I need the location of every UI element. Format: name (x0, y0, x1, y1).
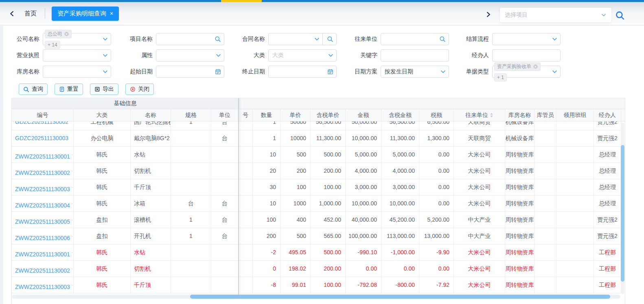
search-icon[interactable] (215, 36, 221, 42)
cell-price_tax: 452.00 (311, 212, 346, 228)
column-header-vendor[interactable]: 往来单位 (454, 109, 505, 121)
vertical-scrollbar-thumb[interactable] (621, 145, 624, 282)
id-marker: · (71, 185, 72, 189)
table-row: ZWWZ202511130003·韩氏千斤顶30100100.003,000.0… (12, 179, 621, 196)
company-name-tag: 总公司 (45, 30, 71, 38)
tab-close-icon[interactable]: × (110, 11, 113, 16)
cell-vendor: 大米公司 (454, 196, 505, 211)
major-category-select[interactable]: 大类 (268, 49, 337, 62)
export-button[interactable]: 导出 (90, 84, 118, 95)
cell-agent: 贾元强2 (594, 212, 621, 228)
sort-icon[interactable] (490, 112, 493, 118)
cell-brand (239, 277, 253, 293)
cell-amount: 50,000.00 (346, 121, 381, 130)
doc-number-link[interactable]: ZWWZ202511130001 (15, 153, 70, 160)
company-name-multiselect[interactable]: 总公司+ 14 (43, 33, 111, 45)
forward-chevron-icon[interactable] (483, 9, 493, 20)
doc-number-link[interactable]: ZWWZ202511130001 (15, 251, 70, 258)
cell-spec (171, 147, 211, 163)
filter-area: 公司名称总公司+ 14项目名称合同名称往来单位结算流程营业执照属性大类大类关键字… (3, 26, 644, 80)
export-button-label: 导出 (103, 86, 114, 93)
doc-type-multiselect[interactable]: 资产采购验收单+ 1 (492, 66, 561, 78)
cell-brand (239, 245, 253, 260)
cell-vendor: 大米公司 (454, 179, 505, 195)
doc-number-link[interactable]: ZWWZ202511130004 (15, 202, 70, 209)
column-header-tax-label: 税额 (431, 112, 442, 119)
cell-vendor: 天联商贸 (454, 121, 505, 130)
doc-number-link[interactable]: ZWWZ202511130003 (15, 186, 70, 192)
doc-number-link[interactable]: GDZC202511130003 (15, 135, 68, 141)
chevron-down-icon (328, 53, 333, 58)
settlement-flow-select[interactable] (492, 33, 561, 45)
cell-team (556, 228, 594, 244)
project-select[interactable]: 选择项目 (500, 8, 611, 22)
filter-field-major-category: 大类大类 (237, 49, 337, 62)
calendar-icon[interactable] (215, 69, 221, 75)
horizontal-scrollbar[interactable] (12, 295, 620, 299)
tag-remove-icon[interactable] (533, 64, 538, 69)
doc-type-more-count[interactable]: + 1 (495, 74, 506, 81)
column-header-id-label: 编号 (37, 112, 48, 119)
doc-number-link[interactable]: ZWWZ202511130006 (15, 235, 70, 241)
chevron-down-icon (552, 37, 557, 42)
cell-price_tax: 1,000.00 (311, 196, 346, 211)
cell-unit (211, 261, 239, 277)
close-button[interactable]: 关闭 (125, 84, 154, 95)
counterparty-search-input[interactable] (381, 33, 449, 45)
tab-home[interactable]: 首页 (24, 10, 37, 18)
id-marker: · (71, 250, 72, 255)
filter-field-doc-type: 单据类型资产采购验收单+ 1 (462, 66, 561, 78)
cell-spec: 台 (171, 196, 211, 211)
doc-number-link[interactable]: GDZC202511130002 (15, 121, 68, 125)
end-date-label: 终止日期 (237, 68, 268, 75)
cell-category: 韩氏 (74, 163, 131, 179)
tab-asset-purchase-detail-query[interactable]: 资产采购明细查询 × (52, 7, 119, 21)
business-license-select[interactable] (43, 49, 111, 62)
horizontal-scrollbar-thumb[interactable] (190, 295, 610, 299)
agent-field[interactable] (492, 49, 561, 62)
doc-number-link[interactable]: ZWWZ202511130002 (15, 170, 70, 176)
major-category-label: 大类 (237, 52, 268, 59)
global-search-icon[interactable] (615, 10, 625, 21)
query-button[interactable]: 查询 (19, 84, 48, 95)
keyword-field[interactable] (381, 49, 449, 62)
search-icon[interactable] (439, 36, 446, 42)
group-basic-info: 基础信息 (12, 98, 239, 109)
filter-field-contract-name: 合同名称 (237, 33, 337, 45)
cell-agent: 工程部 (594, 277, 621, 293)
doc-number-link[interactable]: ZWWZ202511130005 (15, 218, 70, 225)
reset-button[interactable]: 重置 (55, 84, 83, 95)
end-date-date[interactable] (268, 66, 337, 78)
contract-name-select-search[interactable] (268, 33, 337, 45)
cell-unit (211, 147, 239, 163)
calendar-icon[interactable] (327, 69, 333, 75)
column-header-keeper-label: 库管员 (537, 112, 554, 119)
cell-qty: 200 (253, 228, 280, 244)
cell-category: 盘扣 (74, 228, 131, 244)
doc-number-link[interactable]: ZWWZ202511130003 (15, 284, 70, 290)
date-scheme-select[interactable]: 按发生日期 (381, 66, 449, 78)
warehouse-name-select[interactable] (43, 66, 111, 78)
keyword-label: 关键字 (350, 52, 381, 59)
filter-field-warehouse-name: 库房名称 (3, 66, 111, 78)
tag-remove-icon[interactable] (64, 32, 69, 36)
company-name-more-count[interactable]: + 14 (45, 41, 60, 48)
cell-amount: 5,000.00 (346, 147, 381, 163)
chevron-down-icon (552, 69, 557, 75)
cell-id: ZWWZ202511130004· (12, 196, 74, 211)
cell-tax: 6,500.00 (419, 121, 454, 130)
cell-spec (171, 179, 211, 195)
date-scheme-value: 按发生日期 (385, 68, 413, 75)
company-name-label: 公司名称 (3, 35, 43, 43)
doc-number-link[interactable]: ZWWZ202511130002 (15, 267, 70, 274)
vertical-scrollbar[interactable] (621, 123, 624, 294)
search-icon[interactable] (327, 36, 333, 42)
cell-unit: 台 (211, 130, 239, 146)
business-license-label: 营业执照 (3, 52, 43, 59)
column-header-category-label: 大类 (96, 112, 108, 119)
project-name-search-input[interactable] (156, 33, 224, 45)
column-header-qty: 数量 (253, 109, 280, 121)
attribute-select[interactable] (156, 49, 224, 62)
back-chevron-icon[interactable] (7, 8, 17, 19)
start-date-date[interactable] (156, 66, 224, 78)
